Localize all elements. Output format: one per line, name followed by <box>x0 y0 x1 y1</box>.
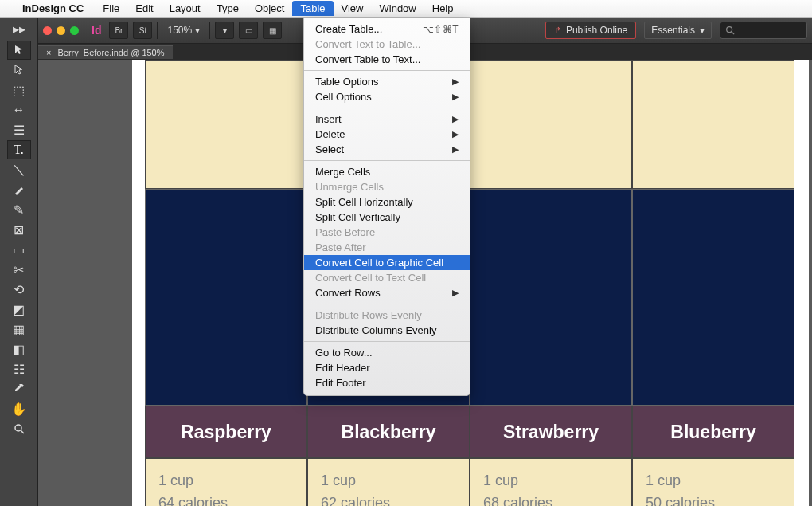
nutrition-cell[interactable]: 1 cup 50 calories <box>632 458 794 506</box>
document-tab-title: Berry_Before.indd @ 150% <box>57 48 164 57</box>
publish-online-button[interactable]: ↱ Publish Online <box>545 22 636 39</box>
gradient-swatch-tool-icon[interactable]: ▦ <box>7 320 31 339</box>
arrange-icon[interactable]: ▸▸ <box>7 19 31 38</box>
screen-mode-button[interactable]: ▭ <box>239 22 258 39</box>
table-cell[interactable] <box>145 60 307 189</box>
arrange-docs-button[interactable]: ▦ <box>263 22 282 39</box>
workspace-label: Essentials <box>651 25 695 36</box>
svg-point-2 <box>727 27 732 33</box>
menu-merge-cells[interactable]: Merge Cells <box>304 164 470 179</box>
menu-edit-header[interactable]: Edit Header <box>304 360 470 375</box>
berry-name-cell[interactable]: Blackberry <box>307 406 470 458</box>
table-cell[interactable] <box>470 189 632 406</box>
selection-tool-icon[interactable] <box>7 41 31 60</box>
serving-size: 1 cup <box>158 470 294 492</box>
menu-cell-options[interactable]: Cell Options▶ <box>304 89 470 104</box>
page: Raspberry Blackberry Strawberry Blueberr… <box>132 60 809 506</box>
menu-go-to-row[interactable]: Go to Row... <box>304 345 470 360</box>
table-cell[interactable] <box>632 189 794 406</box>
view-options-button[interactable]: ▾ <box>215 22 234 39</box>
free-transform-tool-icon[interactable]: ⟲ <box>7 280 31 299</box>
workspace-switcher[interactable]: Essentials ▾ <box>644 22 712 39</box>
line-tool-icon[interactable]: ＼ <box>7 160 31 179</box>
zoom-level[interactable]: 150%▾ <box>162 25 205 36</box>
submenu-arrow-icon: ▶ <box>452 288 459 298</box>
publish-online-label: Publish Online <box>566 25 627 36</box>
gradient-feather-tool-icon[interactable]: ◧ <box>7 339 31 359</box>
berry-name-cell[interactable]: Raspberry <box>145 406 307 458</box>
close-tab-icon[interactable]: × <box>46 48 51 57</box>
menu-item-label: Insert <box>315 113 342 125</box>
menu-delete[interactable]: Delete▶ <box>304 127 470 142</box>
menu-view[interactable]: View <box>334 1 372 16</box>
menu-split-vertical[interactable]: Split Cell Vertically <box>304 210 470 225</box>
scissors-tool-icon[interactable]: ✂ <box>7 260 31 279</box>
eyedropper-tool-icon[interactable] <box>7 379 31 398</box>
note-tool-icon[interactable]: ☷ <box>7 359 31 379</box>
menu-convert-table-to-text[interactable]: Convert Table to Text... <box>304 52 470 67</box>
document-tab[interactable]: × Berry_Before.indd @ 150% <box>38 45 173 59</box>
menu-table-options[interactable]: Table Options▶ <box>304 74 470 89</box>
menu-window[interactable]: Window <box>372 1 424 16</box>
menu-unmerge-cells: Unmerge Cells <box>304 179 470 194</box>
type-tool-icon[interactable]: T. <box>7 140 31 159</box>
menu-distribute-columns[interactable]: Distribute Columns Evenly <box>304 323 470 338</box>
mac-menubar: InDesign CC File Edit Layout Type Object… <box>0 0 812 18</box>
stock-button[interactable]: St <box>133 22 152 39</box>
search-icon <box>725 25 735 35</box>
rectangle-frame-tool-icon[interactable]: ⊠ <box>7 220 31 239</box>
menu-convert-to-graphic-cell[interactable]: Convert Cell to Graphic Cell <box>304 255 470 270</box>
pen-tool-icon[interactable] <box>7 180 31 199</box>
nutrition-cell[interactable]: 1 cup 62 calories <box>307 458 470 506</box>
chevron-down-icon: ▾ <box>195 25 200 36</box>
table-cell[interactable] <box>632 60 794 189</box>
serving-size: 1 cup <box>321 470 456 492</box>
close-window-icon[interactable] <box>43 26 52 35</box>
table-cell[interactable] <box>145 189 307 406</box>
hand-tool-icon[interactable]: ✋ <box>7 399 31 418</box>
nutrition-cell[interactable]: 1 cup 64 calories <box>145 458 307 506</box>
calories: 62 calories <box>321 492 456 506</box>
submenu-arrow-icon: ▶ <box>452 114 459 124</box>
menu-separator <box>304 304 470 304</box>
window-controls <box>43 26 79 35</box>
calories: 68 calories <box>483 492 619 506</box>
menu-edit-footer[interactable]: Edit Footer <box>304 375 470 390</box>
svg-line-3 <box>732 32 734 34</box>
zoom-tool-icon[interactable] <box>7 419 31 438</box>
menu-object[interactable]: Object <box>247 1 293 16</box>
table-cell[interactable] <box>470 60 632 189</box>
toolbar-separator <box>157 22 158 39</box>
menu-separator <box>304 341 470 342</box>
menu-file[interactable]: File <box>95 1 127 16</box>
search-input[interactable] <box>720 22 807 39</box>
submenu-arrow-icon: ▶ <box>452 76 459 87</box>
menu-split-horizontal[interactable]: Split Cell Horizontally <box>304 194 470 210</box>
menu-help[interactable]: Help <box>424 1 462 16</box>
indesign-logo-icon: Id <box>88 24 104 37</box>
minimize-window-icon[interactable] <box>57 26 65 35</box>
rectangle-tool-icon[interactable]: ▭ <box>7 240 31 259</box>
menu-distribute-rows: Distribute Rows Evenly <box>304 308 470 323</box>
direct-selection-tool-icon[interactable] <box>7 61 31 80</box>
berry-name-cell[interactable]: Strawberry <box>470 406 632 458</box>
bridge-button[interactable]: Br <box>109 22 128 39</box>
menu-type[interactable]: Type <box>209 1 247 16</box>
menu-select[interactable]: Select▶ <box>304 142 470 157</box>
gap-tool-icon[interactable]: ↔ <box>7 100 31 120</box>
content-collector-icon[interactable]: ☰ <box>7 120 31 139</box>
menu-create-table[interactable]: Create Table... ⌥⇧⌘T <box>304 22 470 37</box>
maximize-window-icon[interactable] <box>70 26 79 35</box>
menu-layout[interactable]: Layout <box>162 1 209 16</box>
page-tool-icon[interactable]: ⬚ <box>7 80 31 100</box>
menu-separator <box>304 108 470 108</box>
menu-edit[interactable]: Edit <box>127 1 161 16</box>
menu-table[interactable]: Table <box>292 1 333 16</box>
menu-insert[interactable]: Insert▶ <box>304 112 470 127</box>
menu-convert-rows[interactable]: Convert Rows▶ <box>304 285 470 300</box>
berry-name-cell[interactable]: Blueberry <box>632 406 794 458</box>
transform-tool-icon[interactable]: ◩ <box>7 300 31 319</box>
nutrition-cell[interactable]: 1 cup 68 calories <box>470 458 632 506</box>
svg-point-0 <box>15 425 21 431</box>
pencil-tool-icon[interactable]: ✎ <box>7 200 31 219</box>
